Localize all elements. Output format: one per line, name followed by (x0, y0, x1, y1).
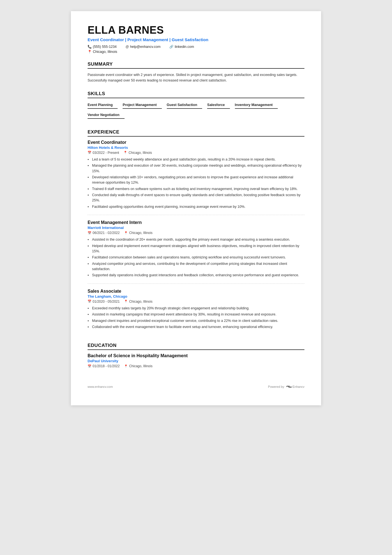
date-range: 03/2022 - Present (93, 151, 119, 155)
job-meta: 📅 03/2022 - Present 📍 Chicago, Illinois (88, 151, 304, 155)
job-block: Sales Associate The Langham, Chicago 📅 0… (88, 289, 304, 335)
job-title: Sales Associate (88, 289, 304, 294)
location-icon: 📍 (88, 50, 92, 54)
experience-section: EXPERIENCE Event Coordinator Hilton Hote… (88, 129, 304, 335)
location-row: 📍 Chicago, Illinois (88, 50, 304, 54)
location-icon: 📍 (124, 300, 128, 303)
jobs-container: Event Coordinator Hilton Hotels & Resort… (88, 140, 304, 335)
location-text: Chicago, Illinois (129, 300, 152, 304)
date-range: 01/2020 - 05/2021 (93, 300, 120, 304)
edu-degree: Bachelor of Science in Hospitality Manag… (88, 353, 304, 358)
candidate-name: ELLA BARNES (88, 24, 304, 36)
job-location: 📍 Chicago, Illinois (124, 231, 152, 235)
phone-contact: 📞 (555) 555-1234 (88, 45, 116, 49)
edu-location: 📍 Chicago, Illinois (124, 364, 152, 368)
bullet-item: Managed the planning and execution of ov… (88, 163, 304, 174)
page-footer: www.enhancv.com Powered by Enhancv (88, 385, 304, 389)
bullet-item: Assisted in the coordination of 20+ even… (88, 237, 304, 242)
header: ELLA BARNES Event Coordinator | Project … (88, 24, 304, 54)
calendar-icon: 📅 (88, 231, 91, 235)
logo-svg (286, 385, 292, 389)
bullet-item: Trained 8 staff members on software syst… (88, 186, 304, 192)
linkedin-url: linkedin.com (175, 45, 194, 49)
bullet-item: Collaborated with the event management t… (88, 324, 304, 330)
email-address: help@enhancv.com (130, 45, 161, 49)
company-name: The Langham, Chicago (88, 294, 304, 299)
job-date: 📅 03/2022 - Present (88, 151, 119, 155)
bullet-item: Led a team of 5 to exceed weekly attenda… (88, 157, 304, 162)
bullet-item: Managed client inquiries and provided ex… (88, 318, 304, 324)
calendar-icon: 📅 (88, 364, 91, 368)
job-title: Event Management Intern (88, 220, 304, 225)
job-bullets: Exceeded monthly sales targets by 20% th… (88, 306, 304, 330)
company-name: Marriott International (88, 226, 304, 230)
job-bullets: Led a team of 5 to exceed weekly attenda… (88, 157, 304, 209)
phone-number: (555) 555-1234 (93, 45, 116, 49)
job-date: 📅 06/2021 - 02/2022 (88, 231, 120, 235)
skills-section: SKILLS Event PlanningProject ManagementG… (88, 91, 304, 122)
location-text: Chicago, Illinois (93, 50, 117, 54)
phone-icon: 📞 (88, 45, 92, 49)
skill-item: Guest Satisfaction (167, 102, 202, 109)
linkedin-contact: 🔗 linkedin.com (169, 45, 194, 49)
date-range: 06/2021 - 02/2022 (93, 231, 120, 235)
edu-school: DePaul University (88, 359, 304, 363)
date-range: 01/2018 - 01/2022 (93, 364, 120, 368)
summary-section: SUMMARY Passionate event coordinator wit… (88, 61, 304, 83)
education-section: EDUCATION Bachelor of Science in Hospita… (88, 343, 304, 368)
bullet-item: Developed relationships with 10+ vendors… (88, 175, 304, 186)
calendar-icon: 📅 (88, 151, 91, 154)
edu-block: Bachelor of Science in Hospitality Manag… (88, 353, 304, 368)
summary-heading: SUMMARY (88, 61, 304, 69)
bullet-item: Helped develop and implement event manag… (88, 243, 304, 254)
location-text: Chicago, Illinois (129, 364, 152, 368)
education-container: Bachelor of Science in Hospitality Manag… (88, 353, 304, 368)
skill-item: Vendor Negotiation (88, 112, 125, 119)
skill-item: Project Management (123, 102, 162, 109)
job-location: 📍 Chicago, Illinois (124, 300, 152, 304)
location-text: Chicago, Illinois (129, 231, 152, 235)
resume-page: ELLA BARNES Event Coordinator | Project … (71, 11, 321, 405)
job-title: Event Coordinator (88, 140, 304, 145)
summary-text: Passionate event coordinator with 2 year… (88, 72, 304, 83)
bullet-item: Facilitated communication between sales … (88, 255, 304, 260)
job-meta: 📅 01/2020 - 05/2021 📍 Chicago, Illinois (88, 300, 304, 304)
education-heading: EDUCATION (88, 343, 304, 350)
location-contact: 📍 Chicago, Illinois (88, 50, 117, 54)
edu-date: 📅 01/2018 - 01/2022 (88, 364, 120, 368)
skill-item: Salesforce (207, 102, 230, 109)
candidate-title: Event Coordinator | Project Management |… (88, 37, 304, 42)
calendar-icon: 📅 (88, 300, 91, 303)
job-location: 📍 Chicago, Illinois (123, 151, 152, 155)
job-bullets: Assisted in the coordination of 20+ even… (88, 237, 304, 278)
experience-heading: EXPERIENCE (88, 129, 304, 137)
link-icon: 🔗 (169, 45, 173, 49)
footer-website: www.enhancv.com (88, 385, 113, 388)
skill-item: Event Planning (88, 102, 118, 109)
brand-name: Enhancv (292, 385, 304, 388)
bullet-item: Exceeded monthly sales targets by 20% th… (88, 306, 304, 311)
email-contact: @ help@enhancv.com (125, 45, 160, 49)
location-icon: 📍 (124, 364, 128, 368)
job-meta: 📅 06/2021 - 02/2022 📍 Chicago, Illinois (88, 231, 304, 235)
skills-heading: SKILLS (88, 91, 304, 98)
location-text: Chicago, Illinois (128, 151, 152, 155)
location-icon: 📍 (123, 151, 127, 154)
job-block: Event Management Intern Marriott Interna… (88, 220, 304, 284)
footer-brand: Powered by Enhancv (268, 385, 304, 389)
bullet-item: Analyzed competitor pricing and services… (88, 261, 304, 272)
email-icon: @ (125, 45, 129, 49)
company-name: Hilton Hotels & Resorts (88, 145, 304, 150)
bullet-item: Facilitated upselling opportunities duri… (88, 204, 304, 209)
skills-grid: Event PlanningProject ManagementGuest Sa… (88, 102, 304, 122)
enhancv-logo: Enhancv (286, 385, 304, 389)
job-date: 📅 01/2020 - 05/2021 (88, 300, 120, 304)
location-icon: 📍 (124, 231, 128, 235)
contact-row: 📞 (555) 555-1234 @ help@enhancv.com 🔗 li… (88, 45, 304, 49)
bullet-item: Conducted daily walk-throughs of event s… (88, 193, 304, 203)
powered-by-label: Powered by (268, 385, 284, 388)
skill-item: Inventory Management (235, 102, 278, 109)
bullet-item: Assisted in marketing campaigns that imp… (88, 312, 304, 317)
bullet-item: Supported daily operations including gue… (88, 273, 304, 278)
edu-meta: 📅 01/2018 - 01/2022 📍 Chicago, Illinois (88, 364, 304, 368)
